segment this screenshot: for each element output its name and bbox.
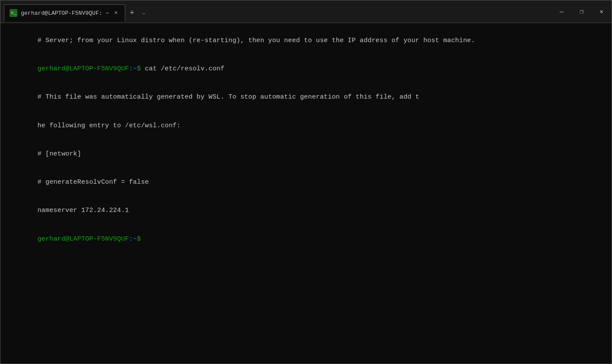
prompt2-user: gerhard@LAPTOP-F5NV9QUF: [37, 235, 129, 243]
titlebar: >_ gerhard@LAPTOP-F5NV9QUF: ~ × + ⌵ — ❐ …: [0, 0, 612, 23]
output-text-4: # generateResolvConf = false: [37, 179, 149, 186]
prompt1-dollar: $: [137, 65, 141, 73]
prompt1-user: gerhard@LAPTOP-F5NV9QUF: [37, 65, 129, 73]
maximize-button[interactable]: ❐: [572, 0, 592, 23]
output-line-4: # generateResolvConf = false: [6, 168, 606, 196]
terminal-icon: >_: [10, 9, 17, 17]
close-button[interactable]: ✕: [592, 0, 612, 23]
tab-dropdown-button[interactable]: ⌵: [139, 8, 149, 18]
tab-title: gerhard@LAPTOP-F5NV9QUF: ~: [21, 10, 109, 17]
output-text-3: # [network]: [37, 150, 81, 158]
prompt2-dollar: $: [137, 235, 141, 243]
output-text-2: he following entry to /etc/wsl.conf:: [37, 122, 180, 129]
output-text-5: nameserver 172.24.224.1: [37, 207, 129, 214]
terminal-content: # Server; from your Linux distro when (r…: [6, 26, 606, 253]
command1-text: cat /etc/resolv.conf: [141, 65, 224, 73]
prompt1-tilde: :~: [129, 65, 137, 73]
tab-close-button[interactable]: ×: [113, 9, 120, 17]
command-line-1: gerhard@LAPTOP-F5NV9QUF:~$ cat /etc/reso…: [6, 55, 606, 83]
scrolled-line: # Server; from your Linux distro when (r…: [6, 26, 606, 55]
terminal-body[interactable]: # Server; from your Linux distro when (r…: [0, 23, 612, 364]
minimize-button[interactable]: —: [552, 0, 572, 23]
active-tab[interactable]: >_ gerhard@LAPTOP-F5NV9QUF: ~ ×: [4, 4, 125, 22]
add-tab-button[interactable]: +: [125, 7, 139, 19]
terminal-window: >_ gerhard@LAPTOP-F5NV9QUF: ~ × + ⌵ — ❐ …: [0, 0, 612, 364]
window-controls: — ❐ ✕: [552, 0, 612, 23]
output-line-3: # [network]: [6, 140, 606, 168]
output-line-2: he following entry to /etc/wsl.conf:: [6, 112, 606, 140]
output-line-1: # This file was automatically generated …: [6, 83, 606, 112]
command-line-2: gerhard@LAPTOP-F5NV9QUF:~$: [6, 225, 606, 253]
prompt2-tilde: :~: [129, 235, 137, 243]
output-text-1: # This file was automatically generated …: [37, 93, 419, 101]
output-line-5: nameserver 172.24.224.1: [6, 197, 606, 225]
scrolled-text: # Server; from your Linux distro when (r…: [37, 37, 475, 44]
